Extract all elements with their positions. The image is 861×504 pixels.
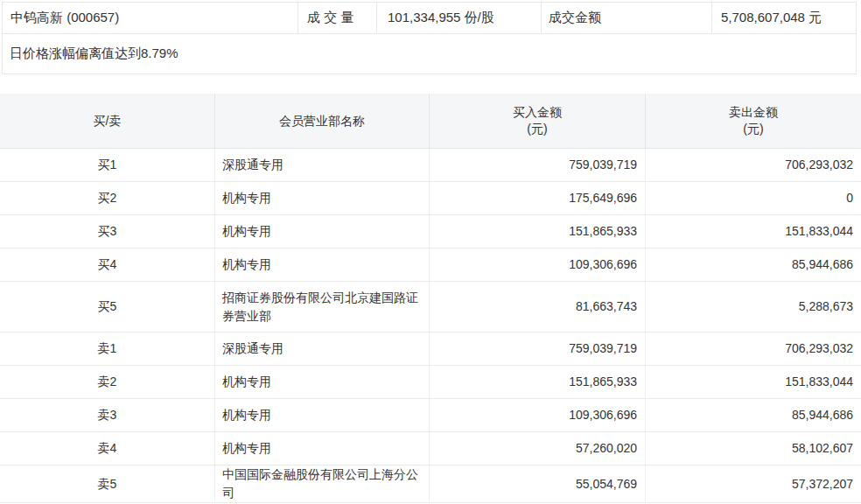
table-row: 卖4 机构专用 57,260,020 58,102,607 [0,432,861,466]
summary-row: 中钨高新 (000657) 成 交 量 101,334,955 份/股 成交金额… [3,3,856,34]
column-header-rank: 买/卖 [0,94,214,148]
buy-amount-cell: 55,054,769 [429,466,645,502]
rank-cell: 买4 [0,248,214,281]
rank-cell: 买5 [0,282,214,332]
buy-amount-label-line2: (元) [527,121,547,137]
broker-cell: 机构专用 [214,399,429,431]
rank-cell: 卖4 [0,432,214,465]
rank-cell: 买3 [0,215,214,248]
stock-title: 中钨高新 (000657) [3,3,298,33]
turnover-label: 成交金额 [541,3,711,33]
buy-amount-cell: 109,306,696 [429,399,645,431]
buy-amount-cell: 151,865,933 [429,366,645,398]
table-row: 卖5 中国国际金融股份有限公司上海分公司 55,054,769 57,372,2… [0,466,861,503]
column-header-buy-amount: 买入金额 (元) [429,94,645,148]
sell-amount-cell: 0 [645,182,861,214]
table-row: 卖3 机构专用 109,306,696 85,944,686 [0,399,861,432]
sell-amount-cell: 58,102,607 [645,432,861,465]
rank-cell: 卖2 [0,366,214,398]
sell-amount-cell: 57,372,207 [645,466,861,502]
broker-cell: 机构专用 [214,248,429,281]
broker-cell: 招商证券股份有限公司北京建国路证券营业部 [214,282,429,332]
rank-cell: 卖1 [0,332,214,365]
stock-summary-box: 中钨高新 (000657) 成 交 量 101,334,955 份/股 成交金额… [2,2,857,74]
sell-amount-cell: 151,833,044 [645,366,861,398]
broker-cell: 机构专用 [214,432,429,465]
table-row: 买1 深股通专用 759,039,719 706,293,032 [0,149,861,182]
broker-seat-table: 买/卖 会员营业部名称 买入金额 (元) 卖出金额 (元) 买1 深股通专用 7… [0,94,861,503]
broker-cell: 深股通专用 [214,332,429,365]
sell-amount-cell: 706,293,032 [645,149,861,181]
price-deviation-note: 日价格涨幅偏离值达到8.79% [3,34,856,74]
broker-cell: 机构专用 [214,366,429,398]
buy-amount-cell: 81,663,743 [429,282,645,332]
broker-cell: 深股通专用 [214,149,429,181]
table-row: 买3 机构专用 151,865,933 151,833,044 [0,215,861,248]
table-header-row: 买/卖 会员营业部名称 买入金额 (元) 卖出金额 (元) [0,94,861,149]
sell-amount-cell: 85,944,686 [645,248,861,281]
buy-amount-cell: 109,306,696 [429,248,645,281]
sell-amount-cell: 706,293,032 [645,332,861,365]
broker-cell: 中国国际金融股份有限公司上海分公司 [214,466,429,502]
broker-cell: 机构专用 [214,215,429,248]
sell-amount-label-line2: (元) [743,121,763,137]
buy-amount-cell: 759,039,719 [429,149,645,181]
broker-cell: 机构专用 [214,182,429,214]
table-row: 买4 机构专用 109,306,696 85,944,686 [0,248,861,282]
rank-cell: 买1 [0,149,214,181]
table-row: 卖1 深股通专用 759,039,719 706,293,032 [0,332,861,366]
volume-label: 成 交 量 [298,3,376,33]
buy-amount-cell: 57,260,020 [429,432,645,465]
column-header-sell-amount: 卖出金额 (元) [645,94,861,148]
buy-amount-cell: 759,039,719 [429,332,645,365]
buy-amount-cell: 151,865,933 [429,215,645,248]
rank-cell: 卖5 [0,466,214,502]
turnover-value: 5,708,607,048 元 [711,3,856,33]
buy-amount-cell: 175,649,696 [429,182,645,214]
column-header-broker: 会员营业部名称 [214,94,429,148]
volume-value: 101,334,955 份/股 [376,3,541,33]
table-row: 卖2 机构专用 151,865,933 151,833,044 [0,366,861,399]
sell-amount-cell: 5,288,673 [645,282,861,332]
sell-amount-cell: 151,833,044 [645,215,861,248]
sell-amount-label-line1: 卖出金额 [729,104,778,121]
rank-cell: 卖3 [0,399,214,431]
table-row: 买5 招商证券股份有限公司北京建国路证券营业部 81,663,743 5,288… [0,282,861,332]
table-row: 买2 机构专用 175,649,696 0 [0,182,861,215]
rank-cell: 买2 [0,182,214,214]
buy-amount-label-line1: 买入金额 [513,104,562,121]
sell-amount-cell: 85,944,686 [645,399,861,431]
